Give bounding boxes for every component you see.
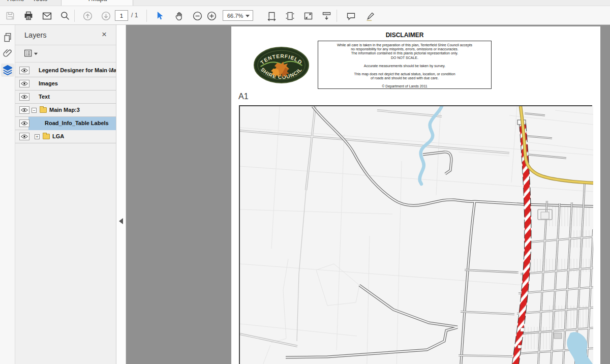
- layer-label: LGA: [52, 133, 64, 139]
- disclaimer-box: While all care is taken in the preparati…: [318, 41, 492, 89]
- reading-mode-button[interactable]: [319, 9, 333, 23]
- search-button[interactable]: [58, 9, 72, 23]
- search-icon: [60, 11, 70, 21]
- eye-icon: [21, 121, 28, 126]
- minus-circle-icon: [192, 11, 203, 21]
- arrow-down-circle-icon: [101, 11, 111, 21]
- disclaimer-paragraph: While all care is taken in the preparati…: [318, 43, 491, 60]
- fit-width-button[interactable]: [264, 9, 279, 23]
- save-button[interactable]: [3, 9, 17, 23]
- panel-divider-strip: [116, 25, 126, 364]
- toolbar-separator: [146, 10, 147, 22]
- council-logo: TENTERFIELD SHIRE COUNCIL: [253, 46, 310, 84]
- next-page-button[interactable]: [99, 9, 113, 23]
- layer-row-legend-designer[interactable]: Legend Designer for Main Ma: [15, 64, 116, 77]
- document-tab-label: TMapa: [62, 0, 133, 3]
- eye-icon: [21, 108, 28, 112]
- visibility-toggle[interactable]: [19, 106, 29, 114]
- panel-divider: [15, 62, 116, 63]
- full-screen-button[interactable]: [301, 9, 315, 23]
- pdf-page: TENTERFIELD SHIRE COUNCIL DISCLAIMER Whi…: [231, 26, 600, 364]
- menu-home[interactable]: Home: [7, 0, 27, 6]
- paperclip-icon: [3, 47, 13, 58]
- select-tool-button[interactable]: [152, 9, 167, 23]
- menu-tools-label: Tools: [33, 0, 53, 3]
- layer-options-button[interactable]: [23, 48, 39, 58]
- zoom-level-dropdown[interactable]: 66.7%: [223, 10, 253, 21]
- highlighter-icon: [365, 11, 376, 21]
- expand-expander[interactable]: +: [35, 134, 40, 139]
- layer-row-main-map[interactable]: − Main Map:3: [15, 104, 116, 117]
- layer-row-images[interactable]: Images: [15, 77, 116, 90]
- collapse-panel-icon[interactable]: [119, 218, 123, 224]
- comment-button[interactable]: [344, 9, 358, 23]
- arrow-up-circle-icon: [82, 11, 93, 21]
- fit-page-icon: [285, 11, 295, 21]
- folder-icon: [43, 134, 50, 139]
- page-number-input[interactable]: 1: [115, 10, 128, 21]
- sheet-label: A1: [238, 92, 249, 101]
- menu-tools[interactable]: Tools: [33, 0, 53, 6]
- layer-row-lga[interactable]: + LGA: [15, 130, 116, 143]
- email-icon: [42, 11, 52, 21]
- fit-width-icon: [266, 11, 277, 21]
- visibility-toggle[interactable]: [19, 93, 29, 101]
- menu-bar: Home Tools TMapa: [0, 0, 610, 6]
- hand-tool-button[interactable]: [172, 9, 186, 23]
- zoom-in-button[interactable]: [204, 9, 219, 23]
- layers-icon: [2, 64, 13, 76]
- toolbar: 1 / 1 66.7%: [0, 6, 610, 25]
- page-thumbnails-button[interactable]: [1, 31, 14, 44]
- map-frame: [239, 105, 592, 364]
- map-canvas: [240, 106, 593, 364]
- layers-panel: Layers × Legend Designer for Main Ma Ima…: [15, 25, 116, 364]
- fit-page-button[interactable]: [283, 9, 297, 23]
- disclaimer-paragraph: This map does not depict the actual stat…: [318, 72, 491, 80]
- eye-icon: [21, 134, 28, 139]
- email-button[interactable]: [40, 9, 54, 23]
- layer-label: Images: [39, 80, 58, 86]
- options-list-icon: [23, 49, 34, 58]
- zoom-level-value: 66.7%: [227, 13, 243, 19]
- highlight-button[interactable]: [363, 9, 377, 23]
- disclaimer-title: DISCLAIMER: [318, 32, 492, 39]
- building: [554, 333, 562, 339]
- plus-circle-icon: [206, 11, 217, 21]
- menu-home-label: Home: [7, 0, 27, 3]
- visibility-toggle[interactable]: [19, 80, 29, 87]
- print-icon: [23, 11, 34, 21]
- layers-panel-button[interactable]: [1, 64, 14, 77]
- navigation-rail: [0, 25, 15, 364]
- layer-label: Main Map:3: [49, 107, 80, 113]
- visibility-toggle[interactable]: [19, 67, 29, 74]
- close-icon[interactable]: ×: [100, 30, 109, 39]
- collapse-expander[interactable]: −: [32, 108, 37, 113]
- layer-label: Text: [39, 94, 50, 100]
- panel-divider: [15, 45, 116, 45]
- eye-icon: [21, 95, 28, 99]
- reading-mode-icon: [321, 11, 332, 21]
- speech-bubble-icon: [346, 11, 356, 21]
- save-icon: [5, 11, 15, 21]
- toolbar-separator: [74, 10, 75, 22]
- attachments-button[interactable]: [1, 46, 14, 59]
- cursor-arrow-icon: [155, 11, 165, 21]
- chevron-down-icon: [246, 15, 250, 17]
- layer-row-road-info-table-labels[interactable]: Road_Info_Table Labels: [15, 117, 116, 130]
- toolbar-separator: [337, 10, 337, 22]
- layer-row-text[interactable]: Text: [15, 90, 116, 104]
- document-tab[interactable]: TMapa: [61, 0, 133, 6]
- pages-icon: [3, 32, 13, 43]
- full-screen-icon: [303, 11, 314, 21]
- zoom-out-button[interactable]: [190, 9, 204, 23]
- print-button[interactable]: [21, 9, 36, 23]
- previous-page-button[interactable]: [80, 9, 95, 23]
- layer-label: Legend Designer for Main Ma: [39, 67, 116, 73]
- disclaimer-copyright: © Department of Lands 2011: [318, 84, 491, 88]
- scroll-up-icon[interactable]: [108, 68, 112, 71]
- disclaimer-paragraph: Accurate measurements should be taken by…: [318, 64, 491, 68]
- visibility-toggle[interactable]: [19, 133, 29, 140]
- page-count-label: / 1: [131, 12, 138, 19]
- layer-label: Road_Info_Table Labels: [45, 120, 109, 126]
- visibility-toggle[interactable]: [19, 119, 29, 127]
